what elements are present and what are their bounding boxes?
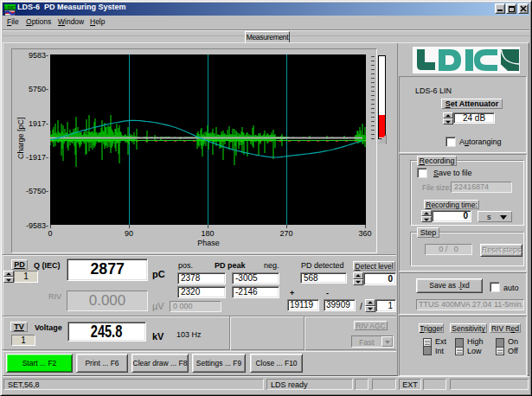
svg-text:LDIC: LDIC <box>4 5 16 10</box>
